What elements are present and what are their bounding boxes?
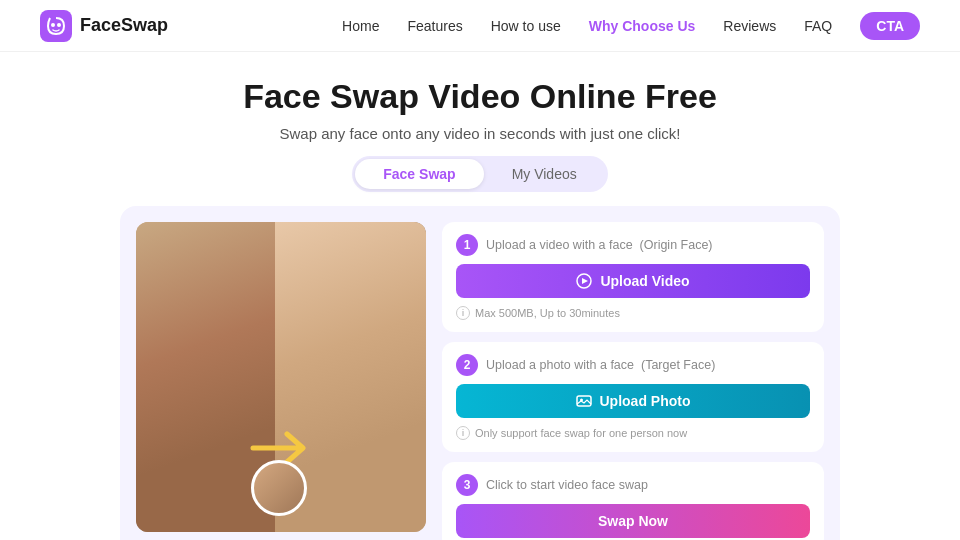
nav-home[interactable]: Home bbox=[342, 18, 379, 34]
nav-why-choose[interactable]: Why Choose Us bbox=[589, 18, 696, 34]
face-swap-preview bbox=[136, 222, 426, 532]
nav-features[interactable]: Features bbox=[407, 18, 462, 34]
step-2-note: i Only support face swap for one person … bbox=[456, 426, 810, 440]
nav-reviews[interactable]: Reviews bbox=[723, 18, 776, 34]
step-1-note: i Max 500MB, Up to 30minutes bbox=[456, 306, 810, 320]
svg-marker-4 bbox=[582, 278, 588, 284]
svg-rect-0 bbox=[40, 10, 72, 42]
tab-face-swap[interactable]: Face Swap bbox=[355, 159, 483, 189]
nav-faq[interactable]: FAQ bbox=[804, 18, 832, 34]
steps-panel: 1 Upload a video with a face (Origin Fac… bbox=[442, 222, 824, 540]
info-icon-1: i bbox=[456, 306, 470, 320]
svg-rect-5 bbox=[577, 396, 591, 406]
swap-now-button[interactable]: Swap Now bbox=[456, 504, 810, 538]
info-icon-2: i bbox=[456, 426, 470, 440]
logo[interactable]: FaceSwap bbox=[40, 10, 168, 42]
upload-video-button[interactable]: Upload Video bbox=[456, 264, 810, 298]
logo-text: FaceSwap bbox=[80, 15, 168, 36]
small-face-badge bbox=[251, 460, 307, 516]
nav-cta[interactable]: CTA bbox=[860, 12, 920, 40]
main-nav: Home Features How to use Why Choose Us R… bbox=[342, 12, 920, 40]
nav-how-to-use[interactable]: How to use bbox=[491, 18, 561, 34]
tab-my-videos[interactable]: My Videos bbox=[484, 159, 605, 189]
hero-title: Face Swap Video Online Free bbox=[0, 76, 960, 117]
step-2-label: Upload a photo with a face (Target Face) bbox=[486, 358, 715, 372]
step-2-num: 2 bbox=[456, 354, 478, 376]
logo-icon bbox=[40, 10, 72, 42]
step-1-label: Upload a video with a face (Origin Face) bbox=[486, 238, 713, 252]
main-card: 1 Upload a video with a face (Origin Fac… bbox=[120, 206, 840, 540]
step-3-num: 3 bbox=[456, 474, 478, 496]
upload-photo-icon bbox=[576, 393, 592, 409]
upload-photo-button[interactable]: Upload Photo bbox=[456, 384, 810, 418]
step-1-num: 1 bbox=[456, 234, 478, 256]
step-3-card: 3 Click to start video face swap Swap No… bbox=[442, 462, 824, 540]
hero-section: Face Swap Video Online Free Swap any fac… bbox=[0, 52, 960, 156]
step-2-card: 2 Upload a photo with a face (Target Fac… bbox=[442, 342, 824, 452]
svg-point-2 bbox=[57, 23, 61, 27]
tab-bar: Face Swap My Videos bbox=[352, 156, 607, 192]
svg-point-1 bbox=[51, 23, 55, 27]
upload-video-icon bbox=[576, 273, 592, 289]
step-3-label: Click to start video face swap bbox=[486, 478, 648, 492]
step-1-card: 1 Upload a video with a face (Origin Fac… bbox=[442, 222, 824, 332]
hero-subtitle: Swap any face onto any video in seconds … bbox=[0, 125, 960, 142]
